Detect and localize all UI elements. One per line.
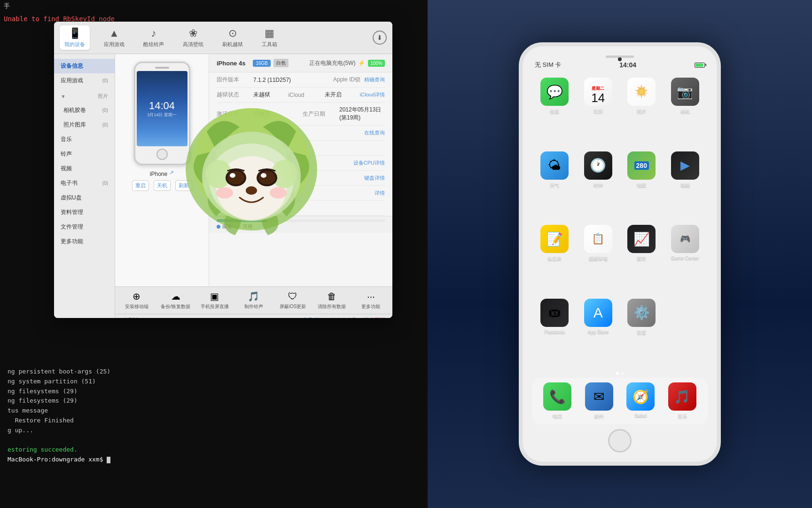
mirror-btn[interactable]: ▣ 手机投屏直播 [199, 291, 230, 310]
reset-button[interactable]: 重启 [132, 180, 149, 191]
install-btn[interactable]: ⊕ 安装移动端 [121, 291, 152, 310]
app-stocks[interactable]: 📈 股市 [624, 225, 660, 291]
sidebar-photos-group: ▼ 照片 [54, 88, 115, 103]
iphone-battery [695, 63, 705, 68]
terminal-line-2: ng system partition (51) [8, 377, 420, 387]
product-link[interactable]: 在线查询 [364, 129, 385, 136]
safari-icon: 🧭 [626, 382, 655, 411]
free-color [237, 225, 241, 229]
reminders-label: 提醒事项 [589, 255, 608, 262]
check-update-link[interactable]: 检查更新 [364, 317, 385, 318]
toolbar-tools[interactable]: ▦ 工具箱 [257, 25, 282, 50]
sidebar-item-photo-library[interactable]: 照片图库 (0) [54, 118, 115, 132]
sidebar-item-ebooks[interactable]: 电子书 (0) [54, 176, 115, 190]
camera-label: 相机 [680, 108, 690, 115]
toolbar-ringtone-label: 酷炫铃声 [143, 41, 164, 48]
ios-update-btn[interactable]: 🛡 屏蔽iOS更新 [277, 291, 309, 310]
app-messages[interactable]: 💬 信息 [537, 78, 573, 144]
storage-apps-seg [217, 219, 267, 222]
device-badges: 16GB 白色 [253, 59, 289, 67]
iphone-device: 无 SIM 卡 14:04 💬 信息 星期二 14 日历 [519, 42, 721, 466]
iphone-home-button[interactable] [608, 429, 632, 452]
iphone-camera [618, 57, 622, 61]
gamecenter-icon: 🎮 [671, 225, 699, 253]
terminal-line-3: ng filesystems (29) [8, 387, 420, 397]
ringtone-label: 制作铃声 [244, 303, 263, 310]
toolbar-appstore-label: 应用游戏 [104, 41, 125, 48]
eq-link[interactable]: 详情 [375, 190, 385, 197]
download-button[interactable]: ⬇ [373, 31, 387, 45]
jailbreak-row: 越狱状态 未越狱 iCloud 未开启 iCloud详情 [217, 87, 385, 103]
sidebar-item-device-info[interactable]: 设备信息 [54, 59, 115, 73]
keyboard-link[interactable]: 键盘详情 [364, 175, 385, 182]
phone-label-dock: 电话 [553, 413, 562, 420]
calendar-label: 日历 [593, 108, 603, 115]
sequence-row: 序 列 号 键盘详情 [217, 171, 385, 186]
ios-update-label: 屏蔽iOS更新 [280, 303, 306, 310]
camera-icon: 📷 [671, 78, 699, 106]
app-appstore[interactable]: A App Store [580, 299, 617, 365]
sidebar-item-data-mgr[interactable]: 资料管理 [54, 205, 115, 220]
mail-label: 邮件 [594, 413, 604, 420]
iphone-time: 14:04 [619, 61, 636, 69]
app-notes[interactable]: 📝 备忘录 [537, 225, 573, 291]
toolbar-prison-break[interactable]: ⊙ 刷机越狱 [218, 25, 248, 50]
app-camera[interactable]: 📷 相机 [667, 78, 703, 144]
refresh-button[interactable]: 刷新 [175, 180, 192, 191]
apple-id-link[interactable]: 精确查询 [364, 76, 385, 83]
icloud-link[interactable]: iCloud详情 [360, 91, 385, 98]
backup-btn[interactable]: ☁ 备份/恢复数据 [160, 291, 191, 310]
sidebar-item-ringtones[interactable]: 铃声 [54, 147, 115, 161]
clear-data-btn[interactable]: 🗑 清除所有数据 [316, 291, 348, 310]
app-maps[interactable]: 280 地图 [624, 151, 660, 218]
app-clock[interactable]: 🕐 时钟 [580, 151, 617, 218]
app-photos[interactable]: 照片 [624, 78, 660, 144]
app-videos[interactable]: ▶ 视频 [667, 151, 703, 218]
app-settings[interactable]: ⚙️ 设置 [624, 299, 660, 365]
ringtone-btn[interactable]: 🎵 制作铃声 [238, 291, 269, 310]
dock-mail[interactable]: ✉ 邮件 [585, 382, 613, 420]
toolbar-my-device[interactable]: 📱 我的设备 [60, 25, 90, 50]
app-gamecenter[interactable]: 🎮 Game Center [667, 225, 703, 291]
toolbar-ringtones[interactable]: ♪ 酷炫铃声 [139, 25, 169, 50]
feedback-link[interactable]: 意见反馈 [303, 317, 323, 318]
camera-roll-badge: (0) [102, 108, 108, 113]
toolbar-app-store[interactable]: ▲ 应用游戏 [99, 25, 129, 50]
sidebar-item-virtual-udisk[interactable]: 虚拟U盘 [54, 190, 115, 205]
stocks-icon: 📈 [627, 225, 656, 253]
more-btn[interactable]: ··· 更多功能 [355, 291, 387, 310]
app-passbook[interactable]: 🎟 Passbook [537, 299, 573, 365]
page-dots [616, 372, 624, 375]
sidebar-item-apps[interactable]: 应用游戏 (0) [54, 73, 115, 88]
photos-label: 照片 [637, 108, 646, 115]
app-weather[interactable]: 🌤 天气 [537, 151, 573, 218]
sidebar-item-music[interactable]: 音乐 [54, 132, 115, 147]
maps-label: 地图 [637, 182, 646, 189]
sidebar-item-more[interactable]: 更多功能 [54, 234, 115, 249]
device-model: iPhone 4s [217, 60, 245, 67]
phone-area: 14:04 3月14日 星期一 iPhone ↗ 重启 关机 刷新 [115, 54, 209, 286]
notes-icon: 📝 [540, 225, 569, 253]
clock-label: 时钟 [593, 182, 603, 189]
dock-phone[interactable]: 📞 电话 [543, 382, 571, 420]
wallpaper-icon: ❀ [189, 27, 197, 40]
cpu-link[interactable]: 设备CPU详情 [353, 159, 385, 167]
dock-music[interactable]: 🎵 音乐 [668, 382, 696, 420]
apps-label: 应用 [217, 223, 232, 230]
bottom-toolbar: ⊕ 安装移动端 ☁ 备份/恢复数据 ▣ 手机投屏直播 🎵 制作铃声 🛡 [115, 286, 392, 314]
tools-icon: ▦ [265, 27, 274, 40]
dock-safari[interactable]: 🧭 Safari [626, 382, 655, 420]
terminal-line-4: ng filesystems (29) [8, 396, 420, 406]
reminders-icon: 📋 [584, 225, 612, 253]
wechat-link[interactable]: 微信公众号 [331, 317, 357, 318]
sidebar-item-camera-roll[interactable]: 相机胶卷 (0) [54, 103, 115, 118]
sidebar-item-file-mgr[interactable]: 文件管理 [54, 220, 115, 234]
terminal-prompt-line: MacBook-Pro:downgrade xxm$ [8, 455, 420, 465]
toolbar-wallpaper[interactable]: ❀ 高清壁纸 [178, 25, 208, 50]
storage-bar [217, 219, 385, 222]
shutdown-button[interactable]: 关机 [154, 180, 171, 191]
page-dot-2 [621, 372, 624, 375]
app-calendar[interactable]: 星期二 14 日历 [580, 78, 617, 144]
sidebar-item-videos[interactable]: 视频 [54, 161, 115, 176]
app-reminders[interactable]: 📋 提醒事项 [580, 225, 617, 291]
